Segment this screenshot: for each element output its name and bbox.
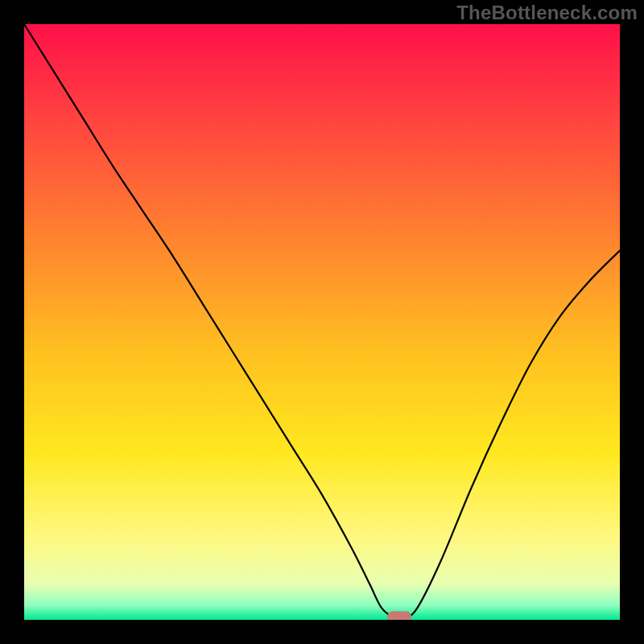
gradient-background bbox=[24, 24, 620, 620]
chart-container: TheBottleneck.com bbox=[0, 0, 644, 644]
watermark-text: TheBottleneck.com bbox=[456, 2, 638, 24]
plot-area bbox=[24, 24, 620, 620]
highlight-marker bbox=[387, 611, 411, 620]
chart-svg bbox=[24, 24, 620, 620]
